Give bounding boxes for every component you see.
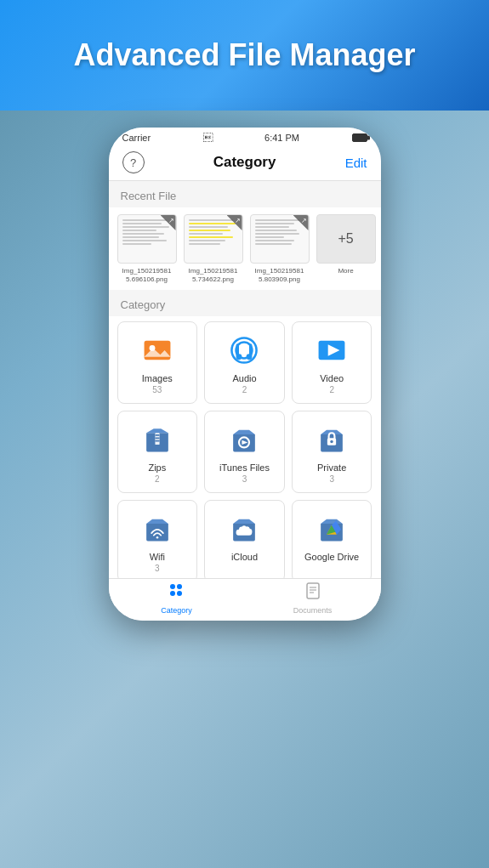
itunes-icon bbox=[229, 424, 259, 455]
recent-thumb-more: +5 bbox=[316, 214, 376, 264]
status-right bbox=[352, 133, 367, 142]
recent-file-name-2: Img_1502195815.734622.png bbox=[184, 267, 243, 283]
nav-bar: ? Category Edit bbox=[109, 146, 381, 181]
recent-file-more[interactable]: +5 More bbox=[316, 214, 376, 283]
private-icon-container bbox=[314, 422, 350, 457]
phone-frame: Carrier ︎ 6:41 PM ? Category Edit Recen… bbox=[109, 128, 381, 621]
thumb-arrow-icon: ↗ bbox=[235, 217, 241, 224]
recent-thumb-2: ↗ bbox=[184, 214, 243, 264]
category-item-private[interactable]: Private 3 bbox=[292, 411, 372, 493]
recent-file-1[interactable]: ↗ Img_1502195815.696106.png bbox=[117, 214, 177, 283]
tab-category-icon bbox=[168, 582, 186, 604]
recent-thumb-1: ↗ bbox=[117, 214, 177, 264]
svg-point-40 bbox=[177, 591, 182, 596]
itunes-icon-container bbox=[226, 422, 262, 457]
icloud-icon-container bbox=[226, 511, 262, 547]
video-icon bbox=[316, 335, 347, 366]
recent-file-3[interactable]: ↗ Img_1502195815.803909.png bbox=[250, 214, 310, 283]
private-icon bbox=[316, 424, 347, 455]
tab-documents[interactable]: Documents bbox=[245, 582, 381, 618]
status-bar: Carrier ︎ 6:41 PM bbox=[109, 128, 381, 146]
category-item-itunes[interactable]: iTunes Files 3 bbox=[204, 411, 285, 493]
audio-label: Audio bbox=[232, 373, 256, 383]
images-icon-container bbox=[139, 332, 175, 368]
tab-documents-icon bbox=[304, 582, 322, 604]
help-icon: ? bbox=[130, 156, 136, 169]
recent-files-row: ↗ Img_1502195815.696106.png bbox=[109, 207, 381, 290]
zips-count: 2 bbox=[155, 474, 160, 484]
nav-title: Category bbox=[213, 154, 276, 171]
category-item-wifi[interactable]: Wifi 3 bbox=[117, 500, 198, 582]
wifi-status-icon: ︎ bbox=[203, 133, 213, 143]
icloud-label: iCloud bbox=[231, 552, 258, 562]
category-item-images[interactable]: Images 53 bbox=[117, 321, 198, 404]
googledrive-label: Google Drive bbox=[304, 552, 359, 562]
wifi-label: Wifi bbox=[150, 552, 165, 562]
tab-documents-label: Documents bbox=[293, 606, 333, 615]
private-count: 3 bbox=[329, 474, 334, 484]
svg-point-37 bbox=[170, 584, 175, 589]
category-item-audio[interactable]: Audio 2 bbox=[204, 321, 285, 404]
thumb-arrow-icon: ↗ bbox=[301, 217, 307, 224]
category-grid: Images 53 Audio 2 bbox=[109, 316, 381, 606]
googledrive-icon-container bbox=[314, 511, 350, 547]
recent-file-name-3: Img_1502195815.803909.png bbox=[250, 267, 310, 283]
video-icon-container bbox=[314, 332, 350, 368]
thumb-arrow-icon: ↗ bbox=[168, 217, 174, 224]
help-button[interactable]: ? bbox=[122, 151, 145, 173]
carrier-label: Carrier bbox=[122, 133, 151, 143]
svg-rect-13 bbox=[155, 438, 159, 440]
zips-icon bbox=[142, 424, 173, 455]
more-count: +5 bbox=[338, 231, 353, 247]
wifi-count: 3 bbox=[155, 564, 160, 573]
top-banner: Advanced File Manager bbox=[0, 0, 489, 111]
recent-section-header: Recent File bbox=[109, 181, 381, 207]
content-area: Recent File ↗ bbox=[109, 181, 381, 606]
audio-icon-container bbox=[226, 332, 262, 368]
svg-rect-12 bbox=[155, 434, 159, 436]
tab-bar: Category Documents bbox=[109, 578, 381, 621]
images-icon bbox=[142, 335, 173, 366]
svg-rect-7 bbox=[236, 343, 239, 356]
svg-rect-0 bbox=[144, 341, 170, 360]
video-label: Video bbox=[320, 373, 344, 383]
category-item-googledrive[interactable]: Google Drive bbox=[292, 500, 372, 582]
zips-icon-container bbox=[139, 422, 175, 457]
time-label: 6:41 PM bbox=[264, 133, 299, 143]
recent-file-name-1: Img_1502195815.696106.png bbox=[117, 267, 177, 283]
itunes-label: iTunes Files bbox=[219, 462, 270, 473]
svg-rect-14 bbox=[155, 440, 159, 442]
tab-category-label: Category bbox=[161, 606, 192, 615]
itunes-count: 3 bbox=[242, 474, 247, 484]
svg-point-39 bbox=[170, 591, 175, 596]
category-item-zips[interactable]: Zips 2 bbox=[117, 411, 198, 493]
recent-file-2[interactable]: ↗ Img_1502195815.734622.png bbox=[184, 214, 243, 283]
recent-thumb-3: ↗ bbox=[250, 214, 310, 264]
banner-title: Advanced File Manager bbox=[73, 37, 415, 73]
svg-point-38 bbox=[177, 584, 182, 589]
audio-count: 2 bbox=[242, 385, 247, 394]
wifi-folder-icon bbox=[142, 513, 173, 544]
icloud-icon bbox=[229, 513, 259, 544]
battery-icon bbox=[352, 133, 367, 142]
category-item-icloud[interactable]: iCloud bbox=[204, 500, 285, 582]
images-label: Images bbox=[142, 373, 173, 383]
svg-point-19 bbox=[156, 536, 159, 539]
edit-button[interactable]: Edit bbox=[345, 156, 367, 170]
svg-rect-8 bbox=[249, 343, 252, 356]
category-item-video[interactable]: Video 2 bbox=[292, 321, 372, 404]
private-label: Private bbox=[317, 462, 346, 473]
svg-point-18 bbox=[330, 440, 333, 443]
tab-category[interactable]: Category bbox=[109, 582, 245, 618]
video-count: 2 bbox=[329, 385, 334, 394]
svg-rect-41 bbox=[307, 583, 319, 599]
images-count: 53 bbox=[152, 385, 162, 394]
wifi-icon-container bbox=[139, 511, 175, 547]
category-section-header: Category bbox=[109, 290, 381, 316]
recent-file-name-more: More bbox=[316, 267, 376, 275]
audio-icon bbox=[229, 335, 259, 366]
googledrive-icon bbox=[316, 513, 347, 544]
zips-label: Zips bbox=[148, 462, 166, 473]
